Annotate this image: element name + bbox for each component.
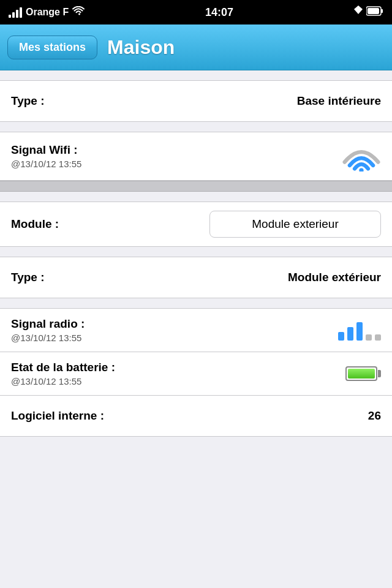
status-bar: Orange F 14:07 <box>0 0 392 24</box>
svg-rect-3 <box>368 8 379 14</box>
battery-status-icon <box>345 366 381 381</box>
battery-label: Etat de la batterie : <box>11 361 170 374</box>
battery-date: @13/10/12 13:55 <box>11 376 170 386</box>
radio-signal-icon <box>338 317 381 341</box>
table-row: Signal radio : @13/10/12 13:55 <box>0 309 392 352</box>
type-label: Type : <box>11 94 146 108</box>
module-type-label: Type : <box>11 271 146 284</box>
cellular-signal-icon <box>9 7 22 18</box>
svg-marker-0 <box>354 6 363 14</box>
carrier-label: Orange F <box>26 7 69 18</box>
group-module-type: Type : Module extérieur <box>0 257 392 298</box>
section-gap-3 <box>0 192 392 202</box>
module-dropdown-button[interactable]: Module exterieur <box>209 211 381 238</box>
type-value: Base intérieure <box>146 94 381 108</box>
battery-icon <box>366 6 383 18</box>
time-label: 14:07 <box>205 6 233 19</box>
module-label: Module : <box>11 217 146 231</box>
status-left: Orange F <box>9 6 85 18</box>
section-gap-2 <box>0 122 392 132</box>
content: Type : Base intérieure Signal Wifi : @13… <box>0 70 392 437</box>
nav-bar: Mes stations Maison <box>0 24 392 70</box>
table-row: Type : Module extérieur <box>0 257 392 298</box>
wifi-date: @13/10/12 13:55 <box>11 159 146 169</box>
back-button[interactable]: Mes stations <box>7 36 97 59</box>
location-icon <box>354 6 363 19</box>
table-row: Signal Wifi : @13/10/12 13:55 <box>0 132 392 180</box>
group-module: Module : Module exterieur <box>0 202 392 247</box>
logiciel-label: Logiciel interne : <box>11 409 146 423</box>
table-row: Logiciel interne : 26 <box>0 396 392 436</box>
section-gap-5 <box>0 298 392 308</box>
group-wifi: Signal Wifi : @13/10/12 13:55 <box>0 132 392 181</box>
table-row: Module : Module exterieur <box>0 202 392 246</box>
page-title: Maison <box>107 36 175 59</box>
logiciel-value: 26 <box>146 409 381 423</box>
radio-label: Signal radio : <box>11 317 146 331</box>
svg-point-4 <box>359 168 363 172</box>
group-module-details: Signal radio : @13/10/12 13:55 Etat de l… <box>0 308 392 437</box>
module-type-value: Module extérieur <box>146 271 381 284</box>
section-gap-1 <box>0 70 392 80</box>
wifi-label: Signal Wifi : <box>11 143 146 157</box>
status-right <box>354 6 383 19</box>
wifi-signal-icon <box>342 141 381 172</box>
section-separator <box>0 181 392 192</box>
group-base-type: Type : Base intérieure <box>0 80 392 122</box>
table-row: Etat de la batterie : @13/10/12 13:55 <box>0 352 392 396</box>
svg-rect-2 <box>381 9 383 13</box>
table-row: Type : Base intérieure <box>0 81 392 121</box>
wifi-icon <box>72 6 85 18</box>
radio-date: @13/10/12 13:55 <box>11 333 146 343</box>
section-gap-4 <box>0 247 392 257</box>
